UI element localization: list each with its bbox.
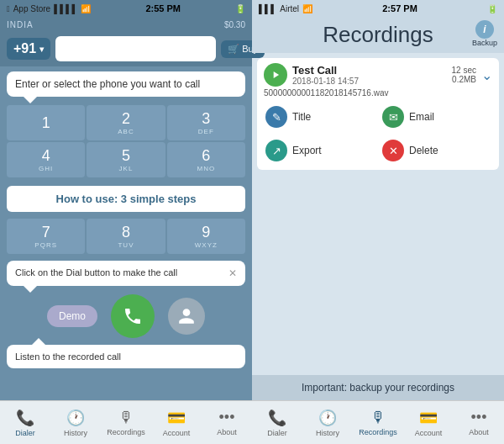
- carrier-signal: ▌▌▌ Airtel 📶: [259, 4, 312, 13]
- tab-dialer-right[interactable]: 📞 Dialer: [252, 401, 302, 444]
- backup-button[interactable]: i Backup: [472, 20, 497, 47]
- apple-icon: : [7, 4, 10, 13]
- signal-right-icon: ▌▌▌: [259, 4, 276, 13]
- tab-account-left[interactable]: 💳 Account: [151, 401, 202, 444]
- tab-history-left[interactable]: 🕐 History: [50, 401, 101, 444]
- delete-button[interactable]: ✕ Delete: [381, 136, 492, 165]
- status-bar-right: ▌▌▌ Airtel 📶 2:57 PM 🔋: [252, 0, 504, 17]
- tab-recordings-right[interactable]: 🎙 Recordings: [353, 401, 403, 444]
- export-button[interactable]: ↗ Export: [264, 136, 375, 165]
- important-bar: Important: backup your recordings: [252, 375, 504, 400]
- recording-name: Test Call: [292, 64, 447, 77]
- email-button[interactable]: ✉ Email: [381, 103, 492, 131]
- history-icon: 🕐: [66, 409, 85, 427]
- email-icon: ✉: [382, 106, 404, 128]
- recording-top-row: Test Call 2018-01-18 14:57 12 sec 0.2MB …: [264, 63, 492, 87]
- battery-right: 🔋: [487, 4, 497, 13]
- tab-about-left[interactable]: ••• About: [202, 401, 252, 444]
- chevron-down-icon: ▾: [39, 45, 44, 54]
- key-9[interactable]: 9WXYZ: [167, 219, 245, 254]
- key-2[interactable]: 2ABC: [87, 105, 165, 140]
- phone-row: +91 ▾ 🛒 Buy: [0, 33, 252, 66]
- phone-input[interactable]: [55, 36, 216, 61]
- info-icon: i: [475, 20, 494, 39]
- tooltip-listen: Listen to the recorded call: [7, 345, 245, 368]
- close-icon[interactable]: ✕: [228, 267, 237, 279]
- recordings-icon: 🎙: [118, 409, 134, 426]
- account-right-icon: 💳: [419, 409, 438, 427]
- wifi-right-icon: 📶: [302, 4, 312, 13]
- account-icon: 💳: [167, 409, 186, 427]
- recordings-header: Recordings i Backup: [252, 17, 504, 53]
- tab-account-right[interactable]: 💳 Account: [403, 401, 454, 444]
- tab-bar-left: 📞 Dialer 🕐 History 🎙 Recordings 💳 Accoun…: [0, 400, 252, 444]
- cart-icon: 🛒: [228, 44, 239, 55]
- key-6[interactable]: 6MNO: [167, 142, 245, 177]
- key-1[interactable]: 1: [7, 105, 85, 140]
- key-3[interactable]: 3DEF: [167, 105, 245, 140]
- recording-size: 0.2MB: [452, 75, 476, 84]
- top-bar: INDIA $0.30: [0, 17, 252, 33]
- tab-dialer-left[interactable]: 📞 Dialer: [0, 401, 50, 444]
- tab-recordings-left[interactable]: 🎙 Recordings: [101, 401, 151, 444]
- tab-history-right[interactable]: 🕐 History: [302, 401, 353, 444]
- howto-banner: How to use: 3 simple steps: [7, 186, 245, 212]
- country-code-value: +91: [13, 41, 36, 56]
- battery-left: 🔋: [235, 4, 245, 13]
- demo-button[interactable]: Demo: [47, 305, 97, 327]
- title-icon: ✎: [265, 106, 287, 128]
- recordings-right-icon: 🎙: [370, 409, 386, 426]
- tooltip-dial: Click on the Dial button to make the cal…: [7, 261, 245, 286]
- phone-icon: 📞: [16, 409, 34, 427]
- status-bar-left:  App Store ▌▌▌▌ 📶 2:55 PM 🔋: [0, 0, 252, 17]
- delete-icon: ✕: [382, 140, 404, 161]
- recording-actions: ✎ Title ✉ Email ↗ Export ✕ Delete: [264, 103, 492, 165]
- recordings-title: Recordings: [323, 22, 433, 48]
- recording-date: 2018-01-18 14:57: [292, 77, 447, 86]
- country-label: INDIA: [7, 20, 34, 29]
- title-button[interactable]: ✎ Title: [264, 103, 375, 131]
- key-7[interactable]: 7PQRS: [7, 219, 85, 254]
- recording-info: Test Call 2018-01-18 14:57: [292, 64, 447, 86]
- tab-bar-right: 📞 Dialer 🕐 History 🎙 Recordings 💳 Accoun…: [252, 400, 504, 444]
- phone-right-icon: 📞: [268, 409, 286, 427]
- key-5[interactable]: 5JKL: [87, 142, 165, 177]
- dial-area: Demo: [0, 288, 252, 345]
- wifi-icon: 📶: [81, 4, 91, 13]
- history-right-icon: 🕐: [318, 409, 337, 427]
- more-icon: •••: [219, 409, 235, 426]
- dial-button[interactable]: [111, 294, 155, 338]
- expand-chevron-icon[interactable]: ⌄: [481, 67, 492, 83]
- keypad-bottom: 7PQRS 8TUV 9WXYZ: [0, 217, 252, 256]
- key-4[interactable]: 4GHI: [7, 142, 85, 177]
- contacts-button[interactable]: [168, 298, 205, 335]
- recording-meta: 12 sec 0.2MB: [452, 66, 476, 84]
- signal-icon: ▌▌▌▌: [54, 4, 77, 13]
- recording-item: Test Call 2018-01-18 14:57 12 sec 0.2MB …: [257, 58, 499, 170]
- price-label: $0.30: [224, 20, 245, 29]
- recording-filename: 50000000001182018145716.wav: [264, 88, 492, 98]
- more-right-icon: •••: [471, 409, 487, 426]
- key-8[interactable]: 8TUV: [87, 219, 165, 254]
- keypad-top: 1 2ABC 3DEF 4GHI 5JKL 6MNO: [0, 102, 252, 181]
- time-left: 2:55 PM: [145, 3, 181, 13]
- export-icon: ↗: [265, 140, 287, 161]
- country-code-button[interactable]: +91 ▾: [7, 38, 50, 60]
- tab-about-right[interactable]: ••• About: [454, 401, 504, 444]
- time-right: 2:57 PM: [382, 3, 417, 13]
- tooltip-enter-phone: Enter or select the phone you want to ca…: [7, 71, 245, 97]
- play-button[interactable]: [264, 63, 287, 87]
- left-panel:  App Store ▌▌▌▌ 📶 2:55 PM 🔋 INDIA $0.30…: [0, 0, 252, 444]
- recording-duration: 12 sec: [452, 66, 476, 75]
- right-panel: ▌▌▌ Airtel 📶 2:57 PM 🔋 Recordings i Back…: [252, 0, 504, 444]
- app-store-label:  App Store ▌▌▌▌ 📶: [7, 4, 91, 13]
